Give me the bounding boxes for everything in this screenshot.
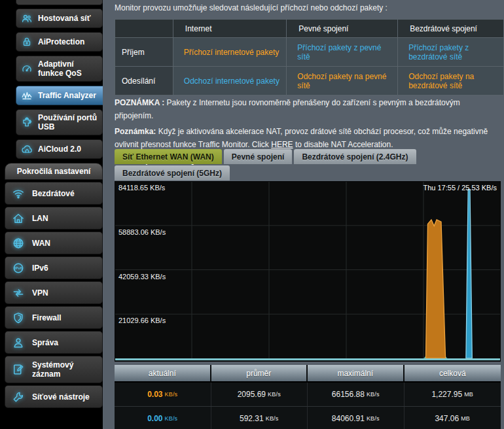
sidebar-item-label: Systémovýzáznam: [32, 360, 73, 379]
intro-text: Monitor provozu umožňuje sledovat násled…: [115, 3, 499, 12]
tab-pevn-spojen[interactable]: Pevné spojení: [224, 149, 293, 164]
stats-value-cell: 1,227.95MB: [405, 383, 501, 406]
users-icon: [21, 12, 33, 24]
sidebar-item-label: Používání portůUSB: [38, 113, 97, 131]
interface-tabs-row-1: Síť Ethernet WAN (WAN)Pevné spojeníBezdr…: [115, 149, 416, 164]
stats-value-cell: 0.00KB/s: [115, 407, 211, 429]
stats-value-cell: 592.31KB/s: [211, 407, 308, 429]
sidebar-item-system-log[interactable]: Systémovýzáznam: [5, 356, 103, 383]
stats-value-cell: 2095.69KB/s: [211, 383, 308, 406]
stats-header-prumer: průměr: [211, 365, 308, 381]
sidebar-item-sprava[interactable]: Správa: [5, 331, 103, 354]
sidebar-item-traffic-analyzer[interactable]: Traffic Analyzer: [16, 86, 111, 105]
packet-type-cell: Příchozí pakety z bezdrátové sítě: [398, 38, 504, 67]
packet-table-header: Pevné spojení: [287, 20, 398, 38]
tab-bezdr-tov-spojen-5ghz[interactable]: Bezdrátové spojení (5GHz): [115, 165, 230, 180]
sidebar-item-label: Bezdrátové: [32, 189, 75, 198]
log-icon: [12, 363, 25, 376]
home-icon: [12, 212, 25, 225]
stats-value-cell: 84060.91KB/s: [308, 407, 405, 429]
sidebar-item-label: Hostovaná síť: [38, 14, 90, 23]
note-1-text: Pakety z Internetu jsou rovnoměrně přená…: [115, 98, 460, 120]
traffic-chart[interactable]: 84118.65 KB/s58883.06 KB/s42059.33 KB/s2…: [115, 181, 501, 362]
stats-value-cell: 66156.88KB/s: [308, 383, 405, 406]
packet-type-cell: Odchozí pakety na bezdrátové sítě: [398, 67, 504, 95]
puzzle-icon: [21, 116, 33, 128]
sidebar-item-usb[interactable]: Používání portůUSB: [16, 109, 103, 135]
shield-icon: [12, 311, 25, 324]
stats-header-celkova: celková: [405, 365, 501, 381]
sidebar-item-label: LAN: [32, 214, 48, 223]
packet-table-header: Internet: [173, 20, 286, 38]
stats-header-maximalni: maximální: [308, 365, 405, 381]
note-2-label: Poznámka:: [115, 127, 156, 136]
table-row: OdesíláníOdchozí internetové paketyOdcho…: [115, 67, 504, 95]
sidebar-item-label: AiCloud 2.0: [38, 145, 81, 154]
sidebar-item-label: Traffic Analyzer: [38, 91, 96, 100]
wifi-icon: [12, 187, 25, 200]
sidebar-item-network-tools[interactable]: Síťové nástroje: [5, 385, 103, 408]
packet-table-header: Bezdrátové spojení: [398, 20, 504, 38]
user-icon: [12, 336, 25, 349]
sidebar-item-label: Adaptivnífunkce QoS: [38, 60, 82, 78]
wrench-icon: [12, 390, 25, 403]
sidebar-item-partial[interactable]: [16, 0, 103, 5]
sidebar-item-wan[interactable]: WAN: [5, 232, 103, 254]
packet-type-cell: Odchozí pakety na pevné sítě: [287, 67, 398, 95]
stats-header-aktualni: aktuální: [115, 365, 211, 381]
gauge-icon: [21, 63, 33, 75]
note-2-text-b: to disable NAT Acceleration.: [295, 140, 393, 149]
packet-type-cell: Příchozí pakety z pevné sítě: [287, 38, 398, 67]
sidebar-item-hostovana-sit[interactable]: Hostovaná síť: [16, 9, 103, 28]
sidebar-item-aiprotection[interactable]: AiProtection: [16, 32, 103, 52]
sidebar-item-qos[interactable]: Adaptivnífunkce QoS: [16, 56, 103, 82]
sidebar-item-ipv6[interactable]: IPv6IPv6: [5, 256, 103, 279]
tab-bezdr-tov-spojen-2-4ghz[interactable]: Bezdrátové spojení (2.4GHz): [294, 149, 416, 164]
router-admin-screen: Hostovaná síťAiProtectionAdaptivnífunkce…: [0, 0, 504, 429]
table-row: PříjemPříchozí internetové paketyPříchoz…: [115, 38, 504, 67]
packet-type-cell: Příchozí internetové pakety: [173, 38, 286, 67]
note-2: Poznámka: Když je aktivována akcelerace …: [115, 125, 501, 151]
y-axis-tick-label: 21029.66 KB/s: [118, 317, 166, 324]
y-axis-tick-label: 58883.06 KB/s: [118, 228, 166, 236]
y-axis-tick-label: 42059.33 KB/s: [118, 273, 166, 281]
packet-table-header: [115, 20, 173, 38]
traffic-chart-svg: 84118.65 KB/s58883.06 KB/s42059.33 KB/s2…: [115, 181, 501, 362]
packet-type-cell: Odchozí internetové pakety: [173, 67, 286, 95]
lock-icon: [21, 36, 33, 48]
vpn-icon: [12, 286, 25, 300]
packet-row-label: Příjem: [115, 38, 173, 67]
stats-table: aktuálníprůměrmaximálnícelková 0.03KB/s2…: [115, 365, 501, 429]
content-panel: Monitor provozu umožňuje sledovat násled…: [103, 0, 504, 429]
svg-text:IPv6: IPv6: [14, 266, 23, 270]
packet-row-label: Odesílání: [115, 67, 173, 95]
globe-icon: [12, 237, 25, 250]
sidebar-item-label: Firewall: [32, 313, 62, 322]
note-1: POZNÁMKA : Pakety z Internetu jsou rovno…: [115, 96, 501, 122]
note-1-label: POZNÁMKA :: [115, 98, 164, 107]
ipv6-icon: IPv6: [12, 262, 25, 275]
sidebar-item-label: VPN: [32, 288, 48, 298]
tab-s-ethernet-wan-wan[interactable]: Síť Ethernet WAN (WAN): [115, 149, 222, 164]
sidebar-section-header: Pokročilá nastavení: [5, 163, 103, 180]
stats-value-cell: 0.03KB/s: [115, 383, 211, 406]
sidebar-item-lan[interactable]: LAN: [5, 207, 103, 230]
stats-row: 0.03KB/s2095.69KB/s66156.88KB/s1,227.95M…: [115, 381, 501, 406]
y-axis-tick-label: 84118.65 KB/s: [118, 184, 166, 192]
chart-cursor-label: Thu 17:55 / 25.53 KB/s: [423, 184, 497, 192]
sidebar-item-label: Správa: [32, 338, 58, 347]
sidebar-item-label: AiProtection: [38, 37, 84, 46]
sidebar-item-label: IPv6: [32, 264, 48, 273]
sidebar-item-bezdratove[interactable]: Bezdrátové: [5, 182, 103, 205]
disable-nat-link[interactable]: HERE: [271, 140, 293, 149]
cloud-icon: [21, 143, 33, 155]
interface-tabs-row-2: Bezdrátové spojení (5GHz): [115, 165, 230, 180]
sidebar-item-firewall[interactable]: Firewall: [5, 306, 103, 329]
stats-row: 0.00KB/s592.31KB/s84060.91KB/s347.06MB: [115, 406, 501, 429]
sidebar-item-label: Síťové nástroje: [32, 392, 90, 402]
sidebar-item-aicloud[interactable]: AiCloud 2.0: [16, 139, 103, 159]
waveform-icon: [21, 90, 33, 101]
sidebar-item-vpn[interactable]: VPN: [5, 281, 103, 304]
stats-value-cell: 347.06MB: [405, 407, 501, 429]
sidebar-item-label: WAN: [32, 239, 50, 248]
